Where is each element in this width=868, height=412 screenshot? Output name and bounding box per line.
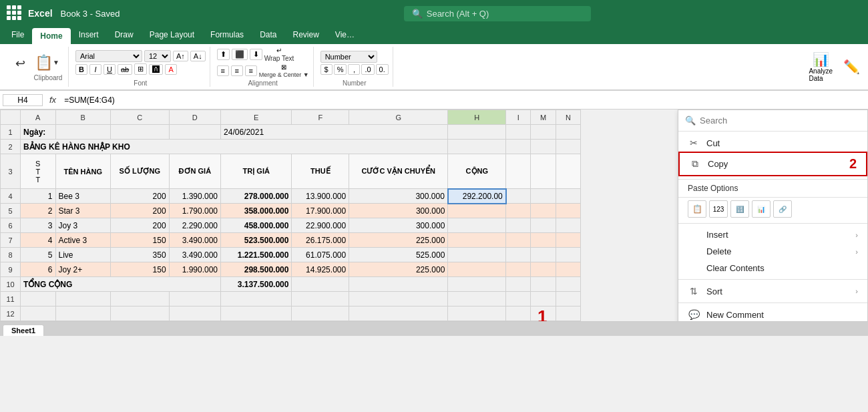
cell-m7[interactable] <box>531 233 556 248</box>
cell-n5[interactable] <box>556 204 580 218</box>
cell-m11[interactable] <box>531 292 556 306</box>
currency-button[interactable]: $ <box>320 64 333 75</box>
cell-i9[interactable] <box>506 262 531 277</box>
cell-n7[interactable] <box>556 233 580 248</box>
underline-button[interactable]: U <box>103 64 116 75</box>
cell-n4[interactable] <box>556 189 580 204</box>
paste-btn-4[interactable]: 📊 <box>752 200 771 218</box>
cell-f7[interactable]: 26.175.000 <box>292 233 349 248</box>
align-left-button[interactable]: ≡ <box>217 65 229 76</box>
number-format-select[interactable]: Number <box>320 51 377 63</box>
tab-home[interactable]: Home <box>32 28 70 44</box>
cell-b5[interactable]: Star 3 <box>55 204 110 218</box>
cell-b8[interactable]: Live <box>55 248 110 262</box>
strikethrough-button[interactable]: ab <box>118 64 132 75</box>
decimal-increase-button[interactable]: .0 <box>361 64 374 75</box>
align-top-button[interactable]: ⬆ <box>217 49 230 60</box>
cell-d6[interactable]: 2.290.000 <box>169 218 220 233</box>
cell-h3[interactable]: CỘNG <box>448 154 506 189</box>
comma-button[interactable]: , <box>348 64 360 75</box>
cell-g12[interactable] <box>349 306 448 321</box>
align-right-button[interactable]: ≡ <box>245 65 257 76</box>
undo-button[interactable]: ↩ ↩ <box>9 56 31 78</box>
cell-i8[interactable] <box>506 248 531 262</box>
cell-h2[interactable] <box>448 140 506 154</box>
col-header-h[interactable]: H <box>448 110 506 125</box>
tab-view[interactable]: Vie… <box>327 27 363 44</box>
cell-e7[interactable]: 523.500.000 <box>221 233 292 248</box>
cell-g3[interactable]: CƯỚC VẬN CHUYỂN <box>349 154 448 189</box>
cell-n12[interactable] <box>556 306 580 321</box>
cell-f3[interactable]: THUẾ <box>292 154 349 189</box>
align-middle-button[interactable]: ⬛ <box>232 49 248 60</box>
cell-e4[interactable]: 278.000.000 <box>221 189 292 204</box>
cell-i11[interactable] <box>506 292 531 306</box>
cell-d5[interactable]: 1.790.000 <box>169 204 220 218</box>
cell-n2[interactable] <box>556 140 580 154</box>
col-header-f[interactable]: F <box>292 110 349 125</box>
cell-c5[interactable]: 200 <box>110 204 169 218</box>
cell-h10[interactable] <box>448 277 506 292</box>
cell-g7[interactable]: 225.000 <box>349 233 448 248</box>
font-family-select[interactable]: Arial <box>75 50 142 62</box>
cell-g11[interactable] <box>349 292 448 306</box>
merge-center-area[interactable]: ⊠ Merge & Center ▼ <box>259 63 309 78</box>
align-bottom-button[interactable]: ⬇ <box>250 49 262 60</box>
cell-h7[interactable] <box>448 233 506 248</box>
cell-a11[interactable] <box>21 292 56 306</box>
paste-btn-3[interactable]: 🔢 <box>730 200 749 218</box>
cell-m4[interactable] <box>531 189 556 204</box>
cell-h6[interactable] <box>448 218 506 233</box>
cell-m1[interactable] <box>531 125 556 140</box>
cell-e6[interactable]: 458.000.000 <box>221 218 292 233</box>
cell-b6[interactable]: Joy 3 <box>55 218 110 233</box>
decimal-decrease-button[interactable]: 0. <box>376 64 389 75</box>
cell-d1[interactable] <box>169 125 220 140</box>
cell-i1[interactable] <box>506 125 531 140</box>
cell-b11[interactable] <box>55 292 110 306</box>
cell-e8[interactable]: 1.221.500.000 <box>221 248 292 262</box>
bold-button[interactable]: B <box>75 64 87 75</box>
cell-h8[interactable] <box>448 248 506 262</box>
cell-c12[interactable] <box>110 306 169 321</box>
cell-b7[interactable]: Active 3 <box>55 233 110 248</box>
cell-h11[interactable] <box>448 292 506 306</box>
font-grow-button[interactable]: A↑ <box>173 51 188 61</box>
cell-d9[interactable]: 1.990.000 <box>169 262 220 277</box>
col-header-e[interactable]: E <box>221 110 292 125</box>
apps-icon[interactable] <box>7 5 23 21</box>
cell-a6[interactable]: 3 <box>21 218 56 233</box>
cm-new-comment-item[interactable]: 💬 New Comment <box>678 306 867 321</box>
cm-delete-item[interactable]: Delete › <box>678 243 867 260</box>
col-header-i[interactable]: I <box>506 110 531 125</box>
percent-button[interactable]: % <box>334 64 347 75</box>
cell-h5[interactable] <box>448 204 506 218</box>
cell-f12[interactable] <box>292 306 349 321</box>
cell-n8[interactable] <box>556 248 580 262</box>
sheet-tab-1[interactable]: Sheet1 <box>3 325 44 336</box>
cm-copy-item[interactable]: ⧉ Copy 2 <box>678 152 867 176</box>
edit-button[interactable]: ✏️ <box>841 57 863 76</box>
cell-e9[interactable]: 298.500.000 <box>221 262 292 277</box>
cell-c9[interactable]: 150 <box>110 262 169 277</box>
cell-a8[interactable]: 5 <box>21 248 56 262</box>
cell-g4[interactable]: 300.000 <box>349 189 448 204</box>
cell-i10[interactable] <box>506 277 531 292</box>
col-header-n[interactable]: N <box>556 110 580 125</box>
cell-h4[interactable]: 292.200.00 <box>448 189 506 204</box>
cell-d3[interactable]: ĐƠN GIÁ <box>169 154 220 189</box>
cell-i5[interactable] <box>506 204 531 218</box>
col-header-g[interactable]: G <box>349 110 448 125</box>
cell-i3[interactable] <box>506 154 531 189</box>
cm-clear-contents-item[interactable]: Clear Contents <box>678 260 867 276</box>
border-button[interactable]: ⊞ <box>134 63 147 75</box>
cell-a10[interactable]: TỔNG CỘNG <box>21 277 221 292</box>
cell-i2[interactable] <box>506 140 531 154</box>
cell-m3[interactable] <box>531 154 556 189</box>
cell-g10[interactable] <box>349 277 448 292</box>
cell-g8[interactable]: 525.000 <box>349 248 448 262</box>
cell-f8[interactable]: 61.075.000 <box>292 248 349 262</box>
cell-i4[interactable] <box>506 189 531 204</box>
font-shrink-button[interactable]: A↓ <box>190 51 206 61</box>
tab-file[interactable]: File <box>3 27 32 44</box>
